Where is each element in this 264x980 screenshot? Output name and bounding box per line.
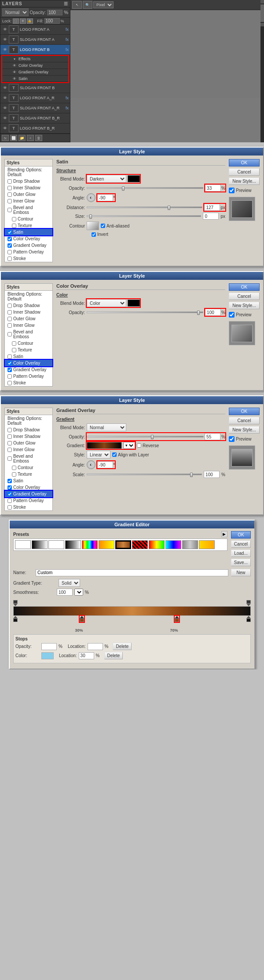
go-stroke-cb[interactable] [7,505,12,510]
style-satin[interactable]: Satin [5,229,52,235]
co-contour[interactable]: Contour [5,340,52,347]
color-stop-right[interactable] [246,616,251,622]
drop-shadow-checkbox[interactable] [7,179,12,184]
visibility-eye[interactable]: 👁 [2,95,8,101]
ge-ok-button[interactable]: OK [231,531,251,539]
new-layer-group-btn[interactable]: 📁 [18,135,26,141]
go-contour[interactable]: Contour [5,464,52,471]
pattern-overlay-checkbox[interactable] [7,250,12,254]
new-style-button[interactable]: New Style... [229,177,260,185]
go-new-style-button[interactable]: New Style... [229,426,260,434]
effect-visibility-eye[interactable]: 👁 [12,69,17,75]
preset-white-transparent[interactable] [48,540,64,549]
co-outer-glow-cb[interactable] [7,317,12,321]
smoothness-input[interactable] [57,589,73,596]
go-outer-glow-cb[interactable] [7,441,12,445]
preset-silver[interactable] [182,540,198,549]
layers-menu-icon[interactable]: ☰ [64,1,68,6]
anti-aliased-checkbox[interactable] [101,224,105,228]
co-texture[interactable]: Texture [5,347,52,353]
move-tool-btn[interactable]: ↖ [72,1,82,9]
satin-angle-input[interactable] [97,194,113,201]
color-overlay-checkbox[interactable] [7,237,12,241]
go-angle-input[interactable] [97,461,113,468]
style-contour[interactable]: Contour [5,216,52,222]
color-stop-70[interactable] [175,616,179,622]
opacity-stop-left[interactable] [13,600,18,606]
gradient-overlay-effect-row[interactable]: 👁 Gradient Overlay [2,69,68,76]
visibility-eye[interactable]: 👁 [2,47,8,53]
co-gradient-overlay[interactable]: Gradient Overlay [5,366,52,373]
co-bevel-emboss[interactable]: Bevel and Emboss [5,329,52,340]
go-stroke[interactable]: Stroke [5,504,52,510]
visibility-eye[interactable]: 👁 [2,85,8,91]
satin-opacity-input[interactable] [205,184,221,192]
bevel-emboss-checkbox[interactable] [7,208,12,212]
co-color-swatch[interactable] [128,300,140,307]
effect-visibility-eye[interactable]: 👁 [12,63,17,68]
go-preview-checkbox[interactable] [229,436,235,442]
inner-glow-checkbox[interactable] [7,199,12,203]
effect-visibility-eye[interactable]: ▾ [12,56,17,61]
stops-color-location-input[interactable] [79,652,94,659]
presets-menu-btn[interactable]: ▶ [221,531,227,537]
layer-row-slogan-front-a[interactable]: 👁 T SLOGAN FRONT A fx [0,35,70,45]
co-drop-shadow-cb[interactable] [7,304,12,308]
style-inner-shadow[interactable]: Inner Shadow [5,184,52,191]
opacity-stop-right[interactable] [246,600,251,606]
invert-label[interactable]: Invert [92,232,108,237]
go-pattern-overlay-cb[interactable] [7,499,12,503]
go-inner-shadow[interactable]: Inner Shadow [5,433,52,440]
zoom-btn[interactable]: 🔍 [83,1,92,9]
co-satin[interactable]: Satin [5,353,52,360]
preset-custom-selected[interactable] [115,540,131,549]
go-bevel-emboss[interactable]: Bevel and Emboss [5,453,52,464]
preset-rainbow[interactable] [82,540,98,549]
inner-shadow-checkbox[interactable] [7,186,12,190]
style-inner-glow[interactable]: Inner Glow [5,198,52,204]
cancel-button[interactable]: Cancel [229,168,260,176]
go-satin-cb[interactable] [7,479,12,483]
gradient-preset-select[interactable]: ▾ [123,442,135,449]
co-cancel-button[interactable]: Cancel [229,293,260,300]
satin-blend-mode-select[interactable]: Darken [87,175,126,183]
co-blending-options[interactable]: Blending Options: Default [5,291,52,302]
style-drop-shadow[interactable]: Drop Shadow [5,178,52,184]
go-gradient-overlay[interactable]: Gradient Overlay [5,491,52,497]
preset-transparent[interactable] [15,540,31,549]
angle-dial[interactable]: ◐ [87,193,95,202]
layer-row-slogan-front-b[interactable]: 👁 T SLOGAN FRONT B [0,83,70,93]
layer-row-logo-front-b[interactable]: 👁 T LOGO FRONT B fx [0,45,70,55]
co-inner-shadow[interactable]: Inner Shadow [5,309,52,315]
go-texture[interactable]: Texture [5,471,52,477]
co-satin-cb[interactable] [7,354,12,359]
stroke-checkbox[interactable] [7,257,12,261]
preview-checkbox[interactable] [229,188,235,193]
ge-cancel-button[interactable]: Cancel [231,540,251,548]
co-pattern-overlay-cb[interactable] [7,374,12,379]
contour-checkbox[interactable] [12,217,16,221]
visibility-eye[interactable]: 👁 [2,26,8,33]
ok-button[interactable]: OK [229,159,260,166]
opacity-input[interactable]: 100 [47,10,62,15]
lock-pixels-icon[interactable]: ⬚ [13,18,19,24]
go-outer-glow[interactable]: Outer Glow [5,440,52,446]
reverse-label[interactable]: Reverse [137,443,159,448]
ge-new-button[interactable]: New [231,569,251,576]
scrollbar-thumb[interactable] [260,4,264,22]
go-color-overlay-cb[interactable] [7,485,12,490]
co-pattern-overlay[interactable]: Pattern Overlay [5,373,52,380]
effect-visibility-eye[interactable]: 👁 [12,76,17,81]
co-preview-checkbox[interactable] [229,312,235,318]
delete-layer-btn[interactable]: 🗑 [35,135,42,141]
satin-effect-row[interactable]: 👁 Satin [2,76,68,82]
satin-checkbox[interactable] [7,230,12,235]
go-inner-glow-cb[interactable] [7,448,12,452]
preset-gold[interactable] [199,540,215,549]
style-texture[interactable]: Texture [5,222,52,229]
anti-aliased-label[interactable]: Anti-aliased [101,224,129,228]
co-stroke[interactable]: Stroke [5,380,52,386]
lock-all-icon[interactable]: 🔒 [27,18,33,24]
visibility-eye[interactable]: 👁 [2,125,8,131]
layer-row-logo-front-ar[interactable]: 👁 T LOGO FRONT A_R fx [0,93,70,103]
